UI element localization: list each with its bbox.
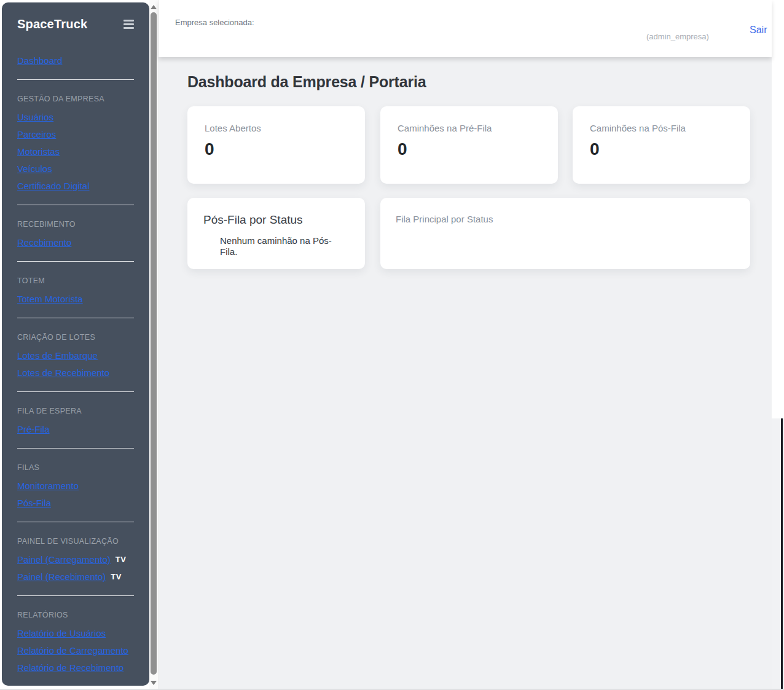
sidebar-section-title-recebimento: RECEBIMENTO (17, 220, 134, 229)
sidebar-divider (17, 595, 134, 596)
sidebar-divider (17, 261, 134, 262)
sidebar-item-dashboard[interactable]: Dashboard (17, 55, 62, 66)
sidebar-section-title-fila-de-espera: FILA DE ESPERA (17, 407, 134, 416)
sidebar-item-totem-motorista[interactable]: Totem Motorista (17, 293, 83, 305)
scroll-up-icon[interactable] (151, 5, 157, 9)
sidebar-section-title-criacao-lotes: CRIAÇÃO DE LOTES (17, 333, 134, 342)
sidebar-section-title-filas: FILAS (17, 463, 134, 472)
pos-fila-empty-message: Nenhum caminhão na Pós-Fila. (220, 235, 349, 257)
main-content: Empresa selecionada: (admin_empresa) Sai… (159, 0, 772, 690)
stat-card-title: Caminhões na Pós-Fila (590, 123, 733, 134)
sidebar-item-monitoramento[interactable]: Monitoramento (17, 480, 79, 492)
sidebar-item-relatorio-carregamento[interactable]: Relatório de Carregamento (17, 645, 128, 656)
sidebar-section-title-painel-visualizacao: PAINEL DE VISUALIZAÇÃO (17, 537, 134, 546)
sidebar-item-motoristas[interactable]: Motoristas (17, 146, 60, 157)
stat-card-title: Caminhões na Pré-Fila (398, 123, 541, 134)
sidebar-item-usuarios[interactable]: Usuários (17, 111, 53, 123)
right-edge-strip-top (772, 0, 784, 418)
stat-card-value: 0 (590, 140, 733, 159)
pos-fila-status-card: Pós-Fila por Status Nenhum caminhão na P… (187, 198, 365, 269)
scroll-down-icon[interactable] (151, 681, 157, 685)
sidebar-item-relatorio-recebimento[interactable]: Relatório de Recebimento (17, 662, 123, 673)
sidebar-item-painel-carregamento[interactable]: Painel (Carregamento) (17, 554, 111, 565)
logout-link[interactable]: Sair (750, 25, 767, 36)
sidebar-section-title-gestao: GESTÃO DA EMPRESA (17, 95, 134, 104)
sidebar-item-relatorio-usuarios[interactable]: Relatório de Usuários (17, 627, 106, 639)
sidebar-divider (17, 522, 134, 522)
stat-card-title: Lotes Abertos (205, 123, 348, 134)
sidebar-divider (17, 205, 134, 205)
sidebar-item-veiculos[interactable]: Veículos (17, 163, 52, 174)
sidebar-item-painel-recebimento[interactable]: Painel (Recebimento) (17, 571, 106, 582)
hamburger-menu-icon[interactable] (123, 18, 134, 30)
stat-card-value: 0 (205, 140, 348, 159)
sidebar-section-title-totem: TOTEM (17, 276, 134, 286)
top-bar: Empresa selecionada: (admin_empresa) Sai… (159, 0, 772, 57)
sidebar-divider (17, 79, 134, 80)
sidebar-item-parceiros[interactable]: Parceiros (17, 128, 56, 140)
sidebar-scrollbar[interactable] (149, 0, 159, 690)
sidebar-item-recebimento[interactable]: Recebimento (17, 237, 71, 248)
stat-card-caminhoes-pos-fila: Caminhões na Pós-Fila 0 (573, 106, 750, 184)
scrollbar-thumb[interactable] (151, 12, 157, 675)
sidebar-divider (17, 448, 134, 449)
sidebar-item-pos-fila[interactable]: Pós-Fila (17, 497, 51, 509)
sidebar-item-lotes-de-recebimento[interactable]: Lotes de Recebimento (17, 367, 109, 378)
page-title: Dashboard da Empresa / Portaria (187, 73, 426, 91)
sidebar-item-certificado-digital[interactable]: Certificado Digital (17, 180, 90, 192)
tv-badge: TV (111, 571, 122, 582)
fila-principal-status-title: Fila Principal por Status (396, 214, 735, 225)
sidebar-divider (17, 318, 134, 318)
sidebar: SpaceTruck Dashboard GESTÃO DA EMPRESA U… (2, 2, 149, 686)
brand-logo: SpaceTruck (17, 17, 87, 31)
fila-principal-status-card: Fila Principal por Status (380, 198, 750, 269)
window-border-line (781, 418, 783, 690)
selected-company-label: Empresa selecionada: (175, 18, 254, 27)
stat-card-caminhoes-pre-fila: Caminhões na Pré-Fila 0 (380, 106, 558, 184)
sidebar-divider (17, 391, 134, 392)
tv-badge: TV (116, 554, 127, 565)
sidebar-item-pre-fila[interactable]: Pré-Fila (17, 423, 50, 435)
stat-card-value: 0 (398, 140, 541, 159)
pos-fila-status-title: Pós-Fila por Status (203, 213, 349, 227)
sidebar-section-title-relatorios: RELATÓRIOS (17, 611, 134, 620)
user-role-text: (admin_empresa) (646, 32, 709, 41)
stat-card-lotes-abertos: Lotes Abertos 0 (187, 106, 365, 184)
sidebar-item-lotes-de-embarque[interactable]: Lotes de Embarque (17, 350, 98, 361)
